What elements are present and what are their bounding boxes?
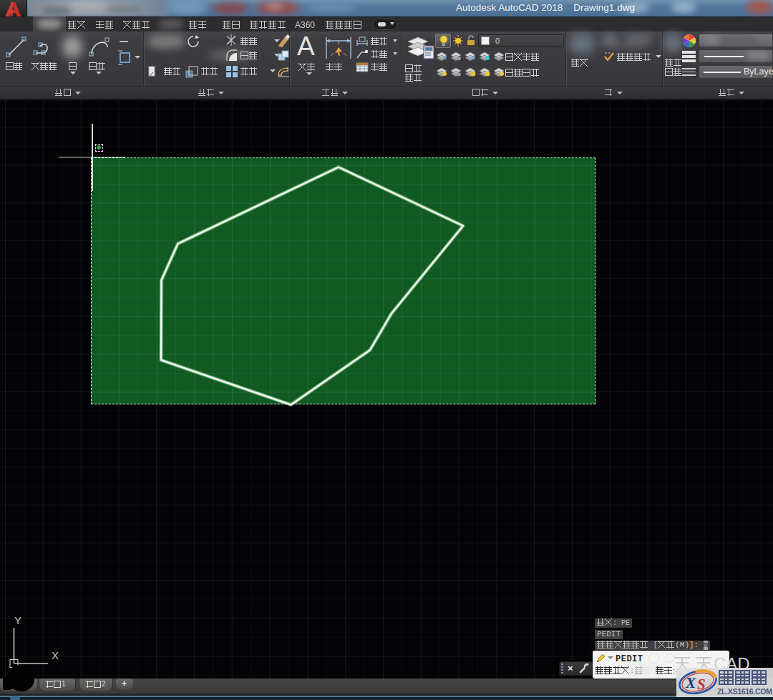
svg-text:Y: Y	[14, 614, 21, 626]
svg-text:X: X	[685, 674, 696, 691]
svg-text:X: X	[52, 649, 59, 661]
svg-text:S: S	[697, 676, 706, 693]
